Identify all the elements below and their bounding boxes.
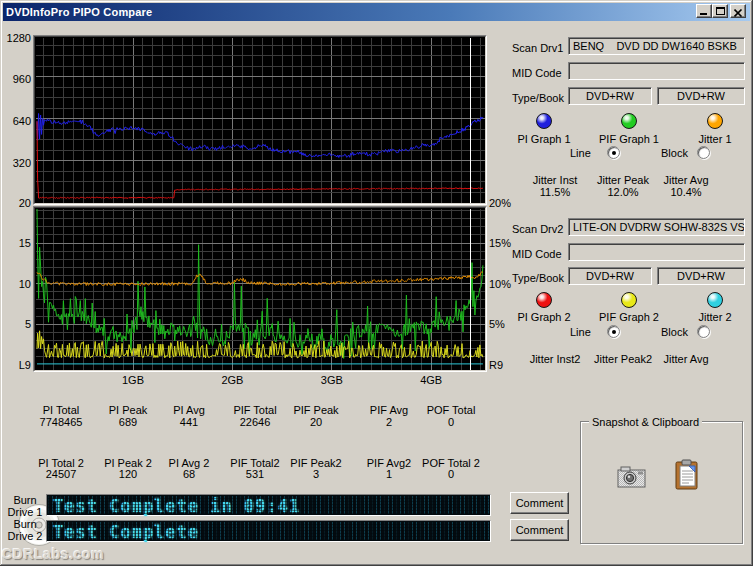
drive1-indicator-ball-3 xyxy=(707,113,723,129)
drive2-type-book-label: Type/Book xyxy=(512,272,564,284)
clipboard-icon xyxy=(673,459,701,491)
drive1-line-radio[interactable] xyxy=(607,146,620,159)
stat-row2-value-3: 68 xyxy=(151,468,227,480)
y-axis-tick-label: 15 xyxy=(0,237,31,249)
x-axis-tick-label: 4GB xyxy=(411,374,451,386)
stat-row1-value-5: 20 xyxy=(278,416,354,428)
close-button[interactable] xyxy=(730,4,746,18)
x-axis-tick-label: 3GB xyxy=(312,374,352,386)
stat-row1-label-3: PI Avg xyxy=(151,404,227,416)
comment-drive1-button[interactable]: Comment xyxy=(510,492,569,514)
stat-row1-label-7: POF Total xyxy=(413,404,489,416)
jitter-axis-tick-label: 20% xyxy=(489,197,523,209)
maximize-button[interactable] xyxy=(712,4,728,18)
app-window: DVDInfoPro PIPO Compare 1280960640320201… xyxy=(0,0,753,566)
x-axis-tick-label: 1GB xyxy=(113,374,153,386)
drive2-indicator-ball-2 xyxy=(621,292,637,308)
drive1-line-label: Line xyxy=(570,147,591,159)
drive2-block-label: Block xyxy=(661,326,688,338)
led-matrix-overlay xyxy=(48,522,489,540)
drive2-indicator-label-2: PIF Graph 2 xyxy=(584,311,674,323)
y-axis-tick-label: 10 xyxy=(0,278,31,290)
pif-chart-canvas xyxy=(35,208,485,370)
camera-icon xyxy=(617,463,647,490)
drive2-status-display: Test Complete xyxy=(46,520,491,542)
close-icon xyxy=(734,7,743,19)
series-pi-graph-1-line xyxy=(37,114,483,158)
drive2-jitter-label-1: Jitter Inst2 xyxy=(520,353,590,365)
drive2-type-book-field-1: DVD+RW xyxy=(568,267,652,285)
series-pi-graph-2-line xyxy=(37,121,483,198)
window-title: DVDInfoPro PIPO Compare xyxy=(3,6,152,18)
snapshot-camera-button[interactable] xyxy=(617,463,647,492)
drive2-jitter-label-3: Jitter Avg xyxy=(651,353,721,365)
drive1-indicator-label-2: PIF Graph 1 xyxy=(584,133,674,145)
comment-drive2-button[interactable]: Comment xyxy=(510,519,569,541)
drive1-jitter-label-2: Jitter Peak xyxy=(588,174,658,186)
drive1-jitter-label-1: Jitter Inst xyxy=(520,174,590,186)
drive1-jitter-value-1: 11.5% xyxy=(520,186,590,198)
y-axis-boundary-label: 20 xyxy=(0,197,31,209)
drive1-type-book-field-1: DVD+RW xyxy=(568,87,652,105)
drive2-type-book-field-2: DVD+RW xyxy=(657,267,745,285)
y-axis-tick-label: 5 xyxy=(0,318,31,330)
drive2-mid-code-field xyxy=(568,243,745,261)
pi-compare-chart[interactable] xyxy=(33,35,487,205)
stat-row1-label-1: PI Total xyxy=(23,404,99,416)
stat-row1-value-1: 7748465 xyxy=(23,416,99,428)
drive1-type-book-field-2: DVD+RW xyxy=(657,87,745,105)
drive2-scan-field: LITE-ON DVDRW SOHW-832S VS0 xyxy=(568,218,745,236)
y-axis-floor-label: L9 xyxy=(0,359,31,371)
y-axis-tick-label: 960 xyxy=(0,73,31,85)
stat-row1-value-3: 441 xyxy=(151,416,227,428)
y-axis-tick-label: 320 xyxy=(0,157,31,169)
drive2-indicator-ball-1 xyxy=(536,292,552,308)
minimize-button[interactable] xyxy=(696,4,712,18)
drive2-line-radio-dot xyxy=(612,330,616,334)
drive2-mid-code-label: MID Code xyxy=(512,248,562,260)
stat-row2-value-5: 3 xyxy=(278,468,354,480)
drive2-line-radio[interactable] xyxy=(607,325,620,338)
pif-jitter-compare-chart[interactable] xyxy=(33,206,487,372)
drive1-jitter-value-2: 12.0% xyxy=(588,186,658,198)
stat-row1-value-7: 0 xyxy=(413,416,489,428)
snapshot-clipboard-group: Snapshot & Clipboard xyxy=(580,421,743,544)
drive1-indicator-ball-2 xyxy=(621,113,637,129)
y-axis-tick-label: 1280 xyxy=(0,32,31,44)
burn-drive1-label: BurnDrive 1 xyxy=(2,494,48,518)
y-axis-tick-label: 640 xyxy=(0,115,31,127)
pi-chart-canvas xyxy=(35,37,485,203)
drive1-mid-code-field xyxy=(568,62,745,80)
drive2-indicator-ball-3 xyxy=(707,292,723,308)
drive1-status-display: Test Complete in 09:41 xyxy=(46,494,491,516)
led-matrix-overlay xyxy=(48,496,489,514)
snapshot-clipboard-title: Snapshot & Clipboard xyxy=(589,416,702,428)
drive1-block-label: Block xyxy=(661,147,688,159)
jitter-axis-floor-label: R9 xyxy=(489,359,523,371)
drive2-jitter-label-2: Jitter Peak2 xyxy=(588,353,658,365)
copy-to-clipboard-button[interactable] xyxy=(673,459,701,493)
stat-row2-value-1: 24507 xyxy=(23,468,99,480)
maximize-icon xyxy=(716,7,725,15)
drive1-line-radio-dot xyxy=(612,151,616,155)
title-bar[interactable]: DVDInfoPro PIPO Compare xyxy=(3,3,750,21)
drive2-indicator-label-1: PI Graph 2 xyxy=(499,311,589,323)
burn-drive2-label: BurnDrive 2 xyxy=(2,518,48,542)
drive2-line-label: Line xyxy=(570,326,591,338)
drive1-jitter-value-3: 10.4% xyxy=(651,186,721,198)
drive1-scan-label: Scan Drv1 xyxy=(512,42,563,54)
drive1-mid-code-label: MID Code xyxy=(512,67,562,79)
drive1-type-book-label: Type/Book xyxy=(512,92,564,104)
drive1-scan-field: BENQ DVD DD DW1640 BSKB xyxy=(568,37,745,55)
drive1-indicator-label-1: PI Graph 1 xyxy=(499,133,589,145)
drive2-indicator-label-3: Jitter 2 xyxy=(670,311,753,323)
stat-row1-label-5: PIF Peak xyxy=(278,404,354,416)
drive1-indicator-ball-1 xyxy=(536,113,552,129)
drive2-scan-label: Scan Drv2 xyxy=(512,223,563,235)
drive1-indicator-label-3: Jitter 1 xyxy=(670,133,753,145)
drive2-block-radio[interactable] xyxy=(697,325,710,338)
minimize-icon xyxy=(700,13,707,15)
stat-row2-value-7: 0 xyxy=(413,468,489,480)
drive1-block-radio[interactable] xyxy=(697,146,710,159)
cdrlabs-watermark: CDRLabs.com xyxy=(2,546,104,562)
